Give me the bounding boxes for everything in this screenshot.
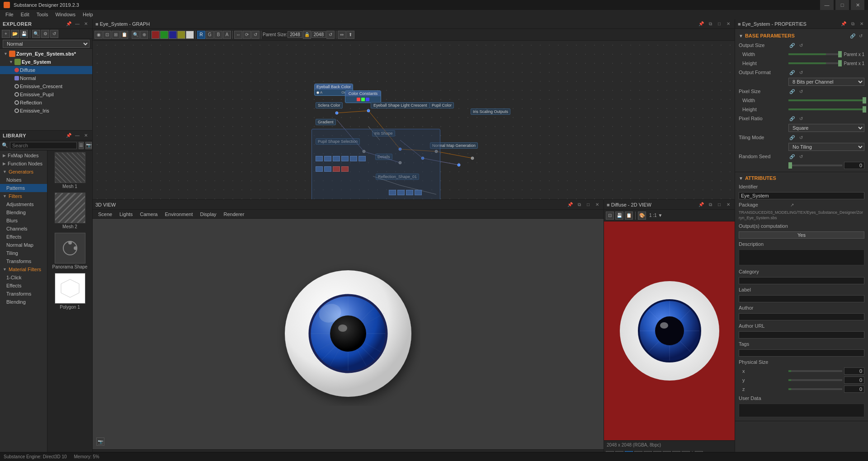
library-view-btn[interactable]: ☰ <box>79 142 84 149</box>
props-float[interactable]: ⧉ <box>849 20 856 28</box>
explorer-refresh-btn[interactable]: ↺ <box>50 30 58 38</box>
view3d-environment[interactable]: Environment <box>161 211 197 218</box>
explorer-minimize[interactable]: — <box>74 20 81 28</box>
graph-maximize[interactable]: □ <box>716 20 723 28</box>
maximize-button[interactable]: □ <box>835 0 849 10</box>
description-input[interactable] <box>739 249 864 265</box>
physical-y-input[interactable] <box>844 376 864 384</box>
lib-channels[interactable]: Channels <box>0 225 47 233</box>
explorer-close[interactable]: ✕ <box>82 20 90 28</box>
color-swatch-4[interactable] <box>177 31 185 39</box>
user-data-input[interactable] <box>739 404 864 417</box>
pixel-width-slider[interactable] <box>788 99 864 101</box>
random-seed-input[interactable] <box>844 162 864 169</box>
output-format-link[interactable]: 🔗 <box>788 69 796 76</box>
graph-icon4[interactable]: 📋 <box>120 31 128 39</box>
view3d-pin[interactable]: 📌 <box>566 201 574 208</box>
library-minimize[interactable]: — <box>74 132 81 139</box>
view3d-maximize[interactable]: □ <box>585 201 592 208</box>
menu-windows[interactable]: Windows <box>52 11 79 18</box>
view2d-maximize[interactable]: □ <box>716 201 723 208</box>
library-search-input[interactable] <box>10 142 77 149</box>
graph-icon7[interactable]: R <box>197 31 205 39</box>
graph-icon2[interactable]: ⊡ <box>103 31 111 39</box>
minimize-button[interactable]: — <box>820 0 834 10</box>
lib-tiling[interactable]: Tiling <box>0 249 47 257</box>
node-color-constants[interactable]: Color Constants <box>345 90 381 103</box>
view2d-pin[interactable]: 📌 <box>698 201 705 208</box>
thumb-panorama[interactable]: Panorama Shape <box>49 233 90 269</box>
thumb-mesh1[interactable]: Mesh 1 <box>49 152 90 189</box>
explorer-search-btn[interactable]: 🔍 <box>32 30 40 38</box>
color-swatch-3[interactable] <box>169 31 177 39</box>
physical-x-slider[interactable] <box>788 370 842 372</box>
menu-file[interactable]: File <box>2 11 17 18</box>
random-seed-slider[interactable] <box>788 165 842 166</box>
explorer-new-btn[interactable]: + <box>2 30 10 38</box>
explorer-save-btn[interactable]: 💾 <box>20 30 28 38</box>
small-node-10[interactable] <box>397 190 405 195</box>
random-seed-link[interactable]: 🔗 <box>788 153 796 160</box>
lib-fxmap[interactable]: FxMap Nodes <box>0 151 47 160</box>
graph-canvas[interactable]: Eyeball Back Color A Out <box>93 41 735 199</box>
identifier-input[interactable] <box>739 192 864 199</box>
view2d-copy[interactable]: 📋 <box>625 212 633 220</box>
small-node-8[interactable] <box>324 166 331 172</box>
graph-icon6[interactable]: ⊕ <box>140 31 148 39</box>
graph-icon12[interactable]: ⟳ <box>243 31 251 39</box>
random-seed-reset[interactable]: ↺ <box>797 153 805 160</box>
label-input[interactable] <box>739 295 864 302</box>
view2d-channels[interactable]: 🎨 <box>638 212 646 220</box>
tiling-mode-link[interactable]: 🔗 <box>788 134 796 141</box>
tree-emissive-iris[interactable]: Emissive_Iris <box>0 107 92 115</box>
small-node-12[interactable] <box>415 190 422 195</box>
attributes-header[interactable]: ▼ ATTRIBUTES <box>739 174 864 182</box>
graph-icon5[interactable]: 🔍 <box>132 31 140 39</box>
view2d-save[interactable]: 💾 <box>615 212 623 220</box>
lib-effects2[interactable]: Effects <box>0 282 47 290</box>
graph-icon1[interactable]: ◉ <box>94 31 103 39</box>
props-close[interactable]: ✕ <box>858 20 865 28</box>
pixel-size-link[interactable]: 🔗 <box>788 88 796 95</box>
graph-refresh-icon[interactable]: ↺ <box>326 31 335 39</box>
lib-transforms2[interactable]: Transforms <box>0 290 47 298</box>
graph-lock-icon[interactable]: 🔒 <box>303 31 311 39</box>
view3d-float[interactable]: ⧉ <box>576 201 583 208</box>
graph-arrows-icon[interactable]: ⇔ <box>338 31 346 39</box>
lib-function[interactable]: Function Nodes <box>0 160 47 168</box>
view2d-close[interactable]: ✕ <box>725 201 732 208</box>
node-iris-scaling-outputs[interactable]: Iris Scaling Outputs <box>471 108 510 115</box>
lib-effects[interactable]: Effects <box>0 233 47 241</box>
author-input[interactable] <box>739 313 864 320</box>
blend-mode-select[interactable]: Normal <box>3 40 90 48</box>
small-node-red-2[interactable] <box>341 166 349 172</box>
pixel-ratio-select[interactable]: Square <box>788 124 864 132</box>
library-camera-btn[interactable]: 📷 <box>85 142 92 149</box>
tree-normal[interactable]: Normal <box>0 74 92 82</box>
graph-icon10[interactable]: A <box>223 31 231 39</box>
tiling-mode-reset[interactable]: ↺ <box>797 134 805 141</box>
lib-blurs[interactable]: Blurs <box>0 216 47 225</box>
lib-generators[interactable]: Generators <box>0 168 47 176</box>
small-node-6[interactable] <box>359 156 366 161</box>
small-node-2[interactable] <box>324 156 331 161</box>
pixel-size-reset[interactable]: ↺ <box>797 88 805 95</box>
lib-material-filters[interactable]: Material Filters <box>0 265 47 273</box>
explorer-filter-btn[interactable]: ⚙ <box>41 30 49 38</box>
node-eyeball-shape[interactable]: Eyeball Shape Light Crescent <box>371 102 430 108</box>
base-params-header[interactable]: ▼ BASE PARAMETERS 🔗 ↺ <box>739 31 864 41</box>
lib-transforms[interactable]: Transforms <box>0 257 47 265</box>
view3d-close[interactable]: ✕ <box>594 201 601 208</box>
view3d-lights[interactable]: Lights <box>116 211 136 218</box>
tree-folder[interactable]: ▼ Eye_System <box>0 58 92 66</box>
view3d-content[interactable]: 📷 <box>93 219 604 449</box>
lib-blending2[interactable]: Blending <box>0 298 47 306</box>
menu-tools[interactable]: Tools <box>33 11 52 18</box>
menu-edit[interactable]: Edit <box>17 11 33 18</box>
color-swatch-2[interactable] <box>160 31 168 39</box>
color-swatch-5[interactable] <box>186 31 194 39</box>
lib-blending[interactable]: Blending <box>0 208 47 216</box>
props-pin[interactable]: 📌 <box>840 20 847 28</box>
package-link-btn[interactable]: ↗ <box>788 201 796 208</box>
lib-normalmap[interactable]: Normal Map <box>0 241 47 249</box>
